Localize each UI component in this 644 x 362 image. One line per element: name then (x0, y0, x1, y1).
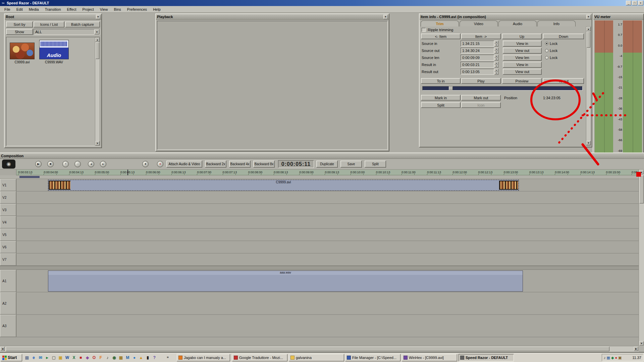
red-app-icon[interactable]: ■ (78, 355, 84, 361)
antivirus-icon[interactable]: ● (615, 356, 617, 360)
spinner-down-icon[interactable]: ▼ (494, 44, 498, 47)
show-filter-dropdown[interactable]: ALL ▼ (34, 29, 100, 35)
menu-effect[interactable]: Effect (64, 6, 79, 12)
lock-radio-icon[interactable] (545, 42, 548, 45)
maximize-button[interactable]: □ (632, 1, 637, 5)
field-result-in-value[interactable]: 0:00:03:21 (461, 62, 494, 68)
menu-file[interactable]: File (1, 6, 13, 12)
track-body-v4[interactable] (16, 216, 639, 228)
tab-audio[interactable]: Audio (498, 20, 537, 26)
tab-info[interactable]: Info (537, 20, 576, 26)
scroll-thumb[interactable] (6, 347, 609, 351)
scroll-thumb[interactable] (639, 175, 644, 203)
trim-slider[interactable] (422, 86, 583, 90)
track-body-a3[interactable] (16, 315, 639, 337)
view-in-button-4[interactable]: View in (503, 62, 542, 68)
lock-radio-icon[interactable] (545, 49, 548, 52)
save-button[interactable]: Save (340, 161, 362, 168)
display-icon[interactable]: ▦ (607, 356, 610, 360)
spinner-down-icon[interactable]: ▼ (494, 65, 498, 68)
outlook-express-icon[interactable]: ✉ (38, 355, 43, 361)
bin-item-c9999-avi[interactable]: C9999.avi (10, 43, 35, 64)
spinner-up-icon[interactable]: ▲ (494, 41, 498, 44)
field-source-out-value[interactable]: 1:34:30:24 (461, 48, 494, 54)
timeline-horizontal-scrollbar[interactable]: ◀ ▶ (0, 346, 639, 352)
menu-transition[interactable]: Transition (42, 6, 64, 12)
mark-out-button[interactable]: Mark out (461, 95, 501, 101)
menu-media[interactable]: Media (26, 6, 42, 12)
work-area-bar[interactable] (19, 176, 40, 178)
item-info-scrollbar[interactable]: ▲ ▼ (586, 26, 591, 145)
lock-radio-row-1[interactable]: Lock (545, 42, 557, 46)
scroll-down-icon[interactable]: ▼ (586, 141, 591, 145)
view-out-button-5[interactable]: View out (503, 69, 542, 75)
track-header-a1[interactable]: A1 (0, 270, 16, 292)
timeline-clip-c9999-avi[interactable]: C9999.avi (48, 180, 519, 191)
to-out-button[interactable]: To out (543, 78, 584, 84)
close-icon[interactable]: × (96, 15, 100, 19)
task-jagabo-can-i-manualy-a[interactable]: Jagabo can I manualy a... (177, 354, 230, 361)
icons-list-button[interactable]: Icons / List (34, 21, 64, 27)
lock-radio-icon[interactable] (545, 56, 548, 59)
loop-button[interactable]: ● (142, 161, 149, 167)
track-body-v2[interactable] (16, 191, 639, 203)
timeline-vertical-scrollbar[interactable]: ▲ ▼ (639, 170, 644, 346)
track-body-v3[interactable] (16, 204, 639, 216)
root-scrollbar[interactable]: ▲ ▼ (95, 37, 100, 146)
timeline-clip-aaa-wav[interactable]: aaa.wav (48, 270, 523, 292)
track-header-a3[interactable]: A3 (0, 315, 16, 337)
start-button[interactable]: Start (1, 354, 22, 361)
trim-slider-handle[interactable] (449, 86, 453, 90)
spinner-up-icon[interactable]: ▲ (494, 62, 498, 65)
scroll-up-icon[interactable]: ▲ (586, 27, 591, 31)
field-source-len-spinner[interactable]: ▲▼ (494, 55, 498, 61)
scroll-down-icon[interactable]: ▼ (639, 341, 644, 346)
menu-preferences[interactable]: Preferences (124, 6, 150, 12)
volume-icon[interactable]: ♪ (604, 356, 606, 360)
track-header-v4[interactable]: V4 (0, 216, 16, 228)
show-button[interactable]: Show (6, 29, 33, 35)
step-back-button[interactable]: ◂ (88, 161, 94, 167)
track-header-a2[interactable]: A2 (0, 292, 16, 314)
internet-explorer-icon[interactable]: e (31, 355, 37, 361)
play-button[interactable]: Play (461, 78, 501, 84)
track-body-v7[interactable] (16, 253, 639, 265)
prev-item-button[interactable]: <- Item (421, 34, 461, 39)
minimize-button[interactable]: _ (626, 1, 631, 5)
playhead[interactable] (127, 170, 128, 175)
down-button[interactable]: Down (543, 34, 584, 39)
opera-icon[interactable]: O (91, 355, 97, 361)
scroll-thumb[interactable] (96, 42, 99, 59)
field-result-out-spinner[interactable]: ▲▼ (494, 69, 498, 75)
tab-trim[interactable]: Trim (421, 20, 459, 26)
close-button[interactable]: × (638, 1, 643, 5)
music-player-icon[interactable]: ♪ (105, 355, 110, 361)
tools-icon[interactable]: ▲ (138, 355, 144, 361)
up-button[interactable]: Up (502, 34, 542, 39)
spinner-up-icon[interactable]: ▲ (494, 69, 498, 72)
mark-in-button[interactable]: Mark in (421, 95, 461, 101)
duplicate-button[interactable]: Duplicate (316, 161, 338, 168)
close-icon[interactable]: × (586, 15, 591, 19)
backward-8x-button[interactable]: Backward 8x (253, 161, 275, 168)
dropdown-arrow-icon[interactable]: ▼ (94, 29, 100, 35)
sort-by-button[interactable]: Sort by (6, 21, 33, 27)
next-item-button[interactable]: Item -> (461, 34, 501, 39)
scroll-right-icon[interactable]: ▶ (634, 347, 638, 351)
scroll-down-icon[interactable]: ▼ (95, 141, 100, 145)
track-body-a2[interactable] (16, 292, 639, 314)
backward-4x-button[interactable]: Backward 4x (229, 161, 251, 168)
firefox-icon[interactable]: F (98, 355, 104, 361)
track-header-v3[interactable]: V3 (0, 204, 16, 216)
scroll-left-icon[interactable]: ◀ (0, 347, 5, 351)
track-header-v1[interactable]: V1 (0, 179, 16, 191)
scroll-thumb[interactable] (587, 32, 590, 48)
mail-icon[interactable]: M (125, 355, 130, 361)
task-winhex-c9999-avi[interactable]: WinHex - [C9999.avi] (402, 354, 457, 361)
track-body-v5[interactable] (16, 229, 639, 241)
bin-item-c9999-wav[interactable]: AudioC9999.WAV (39, 40, 69, 64)
close-icon[interactable]: × (383, 15, 388, 19)
scroll-up-icon[interactable]: ▲ (639, 170, 644, 174)
view-out-button-2[interactable]: View out (503, 48, 542, 54)
track-body-v6[interactable] (16, 241, 639, 253)
